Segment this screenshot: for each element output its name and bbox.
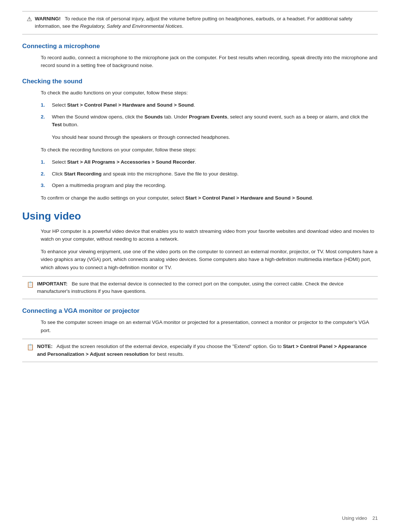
confirm-audio-text: To confirm or change the audio settings … [41,194,378,202]
step-num-2: 2. [41,113,48,129]
step-text-1: Select Start > Control Panel > Hardware … [52,101,195,109]
footer-page: 21 [373,515,378,521]
connecting-vga-body: To see the computer screen image on an e… [41,318,378,334]
rec-step-num-1: 1. [41,158,48,166]
audio-steps-list: 1. Select Start > Control Panel > Hardwa… [41,101,378,129]
important-body: Be sure that the external device is conn… [37,281,343,294]
checking-sound-section: Checking the sound To check the audio fu… [22,78,378,202]
connecting-microphone-heading: Connecting a microphone [22,43,378,50]
note-text: NOTE: Adjust the screen resolution of th… [37,343,373,358]
rec-step-text-3: Open a multimedia program and play the r… [52,181,166,190]
recording-steps-list: 1. Select Start > All Programs > Accesso… [41,158,378,190]
checking-sound-intro2: To check the recording functions on your… [41,146,378,154]
note-body: Adjust the screen resolution of the exte… [37,344,367,357]
checking-sound-heading: Checking the sound [22,78,378,85]
recording-step-3: 3. Open a multimedia program and play th… [41,181,378,190]
step-text-2: When the Sound window opens, click the S… [52,113,378,129]
recording-step-2: 2. Click Start Recording and speak into … [41,170,378,178]
connecting-vga-heading: Connecting a VGA monitor or projector [22,307,378,315]
rec-step-text-1: Select Start > All Programs > Accessorie… [52,158,196,166]
recording-step-1: 1. Select Start > All Programs > Accesso… [41,158,378,166]
warning-icon: ⚠ [27,16,32,23]
page-footer: Using video 21 [342,515,378,521]
connecting-microphone-section: Connecting a microphone To record audio,… [22,43,378,70]
audio-step-1: 1. Select Start > Control Panel > Hardwa… [41,101,378,109]
warning-box: ⚠ WARNING! To reduce the risk of persona… [22,11,378,34]
footer-text: Using video [342,515,367,521]
important-icon: 📋 [27,281,34,288]
rec-step-num-3: 3. [41,181,48,190]
audio-sub-note: You should hear sound through the speake… [52,133,378,141]
note-label: NOTE: [37,344,53,349]
rec-step-text-2: Click Start Recording and speak into the… [52,170,239,178]
using-video-heading: Using video [22,210,378,222]
important-label: IMPORTANT: [37,281,67,287]
important-text: IMPORTANT: Be sure that the external dev… [37,280,373,295]
checking-sound-intro: To check the audio functions on your com… [41,89,378,97]
note-box: 📋 NOTE: Adjust the screen resolution of … [22,339,378,362]
step-num-1: 1. [41,101,48,109]
using-video-section: Using video Your HP computer is a powerf… [22,210,378,299]
warning-text: WARNING! To reduce the risk of personal … [35,15,373,30]
using-video-body2: To enhance your viewing enjoyment, use o… [41,248,378,272]
audio-step-2: 2. When the Sound window opens, click th… [41,113,378,129]
warning-body: To reduce the risk of personal injury, a… [35,16,352,29]
connecting-microphone-body: To record audio, connect a microphone to… [41,54,378,70]
using-video-body1: Your HP computer is a powerful video dev… [41,227,378,243]
rec-step-num-2: 2. [41,170,48,178]
warning-label: WARNING! [35,16,61,21]
connecting-vga-section: Connecting a VGA monitor or projector To… [22,307,378,362]
important-box: 📋 IMPORTANT: Be sure that the external d… [22,276,378,300]
note-icon: 📋 [27,344,34,351]
